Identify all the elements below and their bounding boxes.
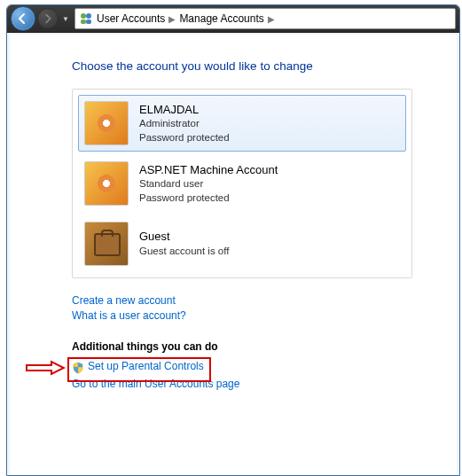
back-button[interactable] [11, 6, 35, 31]
account-item[interactable]: ASP.NET Machine AccountStandard userPass… [78, 155, 406, 212]
what-is-user-account-link[interactable]: What is a user account? [72, 309, 186, 322]
account-name: ELMAJDAL [139, 102, 230, 118]
account-type: Guest account is off [139, 245, 229, 259]
parental-controls-link[interactable]: Set up Parental Controls [88, 360, 204, 372]
account-type: Administrator [139, 117, 230, 131]
svg-rect-3 [86, 20, 91, 24]
account-picture [84, 161, 129, 206]
forward-button [37, 8, 59, 29]
additional-heading: Additional things you can do [72, 340, 457, 353]
account-type: Standard user [139, 177, 278, 191]
main-user-accounts-link[interactable]: Go to the main User Accounts page [72, 378, 239, 390]
breadcrumb[interactable]: User Accounts ▶ Manage Accounts ▶ [74, 8, 456, 29]
svg-rect-2 [81, 20, 86, 24]
links-block: Create a new account What is a user acco… [72, 294, 457, 393]
account-info: ASP.NET Machine AccountStandard userPass… [139, 162, 278, 206]
breadcrumb-item[interactable]: User Accounts [97, 12, 165, 25]
account-status: Password protected [139, 131, 230, 145]
page-title: Choose the account you would like to cha… [72, 59, 457, 73]
account-name: Guest [139, 229, 229, 245]
account-item[interactable]: GuestGuest account is off [78, 215, 406, 272]
svg-point-1 [86, 13, 91, 19]
account-info: GuestGuest account is off [139, 229, 229, 258]
svg-point-0 [81, 13, 86, 19]
account-picture [84, 222, 129, 266]
user-accounts-icon [79, 12, 93, 26]
account-name: ASP.NET Machine Account [139, 162, 278, 178]
account-status: Password protected [139, 191, 278, 206]
create-account-link[interactable]: Create a new account [72, 294, 176, 307]
chevron-right-icon: ▶ [268, 14, 275, 24]
account-item[interactable]: ELMAJDALAdministratorPassword protected [78, 95, 406, 152]
nav-history-dropdown[interactable]: ▼ [60, 15, 71, 23]
forward-arrow-icon [43, 13, 53, 24]
chevron-right-icon: ▶ [168, 14, 176, 24]
breadcrumb-item[interactable]: Manage Accounts [179, 12, 263, 25]
back-arrow-icon [17, 12, 29, 25]
accounts-list: ELMAJDALAdministratorPassword protectedA… [72, 89, 412, 278]
control-panel-window: ▼ User Accounts ▶ Manage Accounts ▶ Choo… [6, 4, 460, 476]
navigation-bar: ▼ User Accounts ▶ Manage Accounts ▶ [7, 5, 459, 33]
content-pane: Choose the account you would like to cha… [10, 35, 457, 475]
shield-icon [72, 362, 84, 374]
account-picture [84, 101, 129, 145]
account-info: ELMAJDALAdministratorPassword protected [139, 102, 230, 145]
